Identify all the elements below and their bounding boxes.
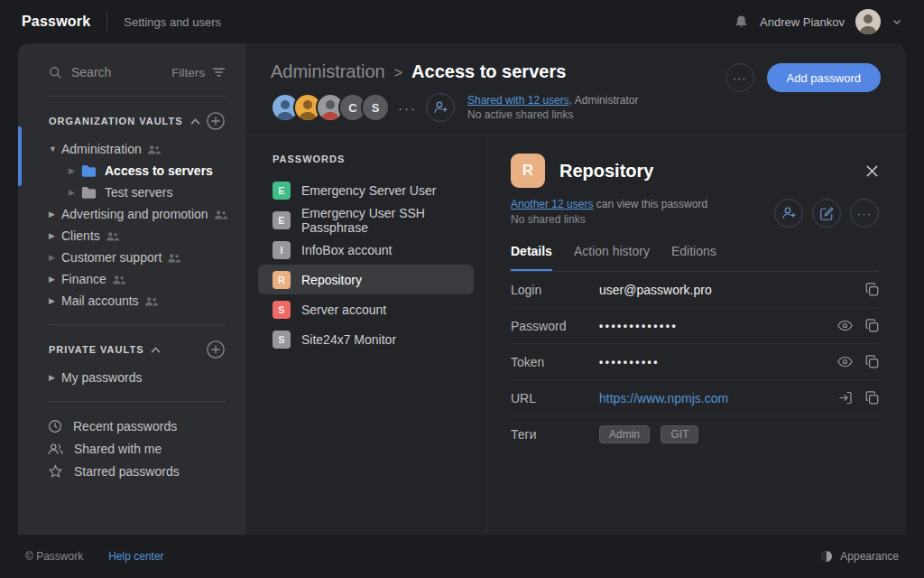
expand-arrow-icon[interactable] xyxy=(49,275,61,284)
password-badge: S xyxy=(273,301,291,319)
search-input[interactable] xyxy=(71,65,152,79)
tree-item-finance[interactable]: Finance xyxy=(18,268,245,290)
shared-links-status: No active shared links xyxy=(467,107,638,122)
sidebar: Filters ORGANIZATION VAULTS Administrati… xyxy=(18,43,245,535)
add-user-button[interactable] xyxy=(426,93,455,122)
password-badge: E xyxy=(273,182,291,200)
sidebar-item-shared-with-me[interactable]: Shared with me xyxy=(18,437,245,460)
tree-item-clients[interactable]: Clients xyxy=(18,225,245,247)
notifications-bell-icon[interactable] xyxy=(734,14,749,30)
password-detail-title: Repository xyxy=(559,161,653,182)
copyright: © Passwork xyxy=(25,550,83,563)
expand-arrow-icon[interactable] xyxy=(49,210,61,219)
footer: © Passwork Help center Appearance xyxy=(0,535,924,578)
copy-icon[interactable] xyxy=(865,319,879,332)
expand-arrow-icon[interactable] xyxy=(49,231,61,240)
tag-git[interactable]: GIT xyxy=(661,425,698,443)
org-vaults-header[interactable]: ORGANIZATION VAULTS xyxy=(18,97,245,136)
person-plus-icon xyxy=(781,206,797,220)
breadcrumb-administration[interactable]: Administration xyxy=(271,61,385,82)
user-avatar[interactable] xyxy=(855,9,881,34)
password-badge: R xyxy=(273,271,291,289)
help-center-link[interactable]: Help center xyxy=(108,550,163,563)
private-vaults-header[interactable]: PRIVATE VAULTS xyxy=(18,325,245,365)
expand-arrow-icon[interactable] xyxy=(69,166,81,175)
top-bar: Passwork Settings and users Andrew Piank… xyxy=(0,0,924,43)
star-icon xyxy=(48,464,63,479)
password-item-repository[interactable]: R Repository xyxy=(258,265,474,294)
share-password-button[interactable] xyxy=(774,199,803,228)
add-private-vault-button[interactable] xyxy=(206,340,226,359)
password-detail-badge: R xyxy=(511,154,545,188)
folder-icon xyxy=(81,186,97,199)
tab-action-history[interactable]: Action history xyxy=(574,244,650,271)
main-panel: Administration > Access to servers C S ·… xyxy=(245,43,906,535)
field-row-token: Token •••••••••• xyxy=(511,344,879,380)
ellipsis-icon: ··· xyxy=(857,207,872,220)
edit-pencil-icon xyxy=(820,207,834,220)
tab-details[interactable]: Details xyxy=(511,244,552,271)
contrast-icon xyxy=(820,550,833,563)
eye-icon[interactable] xyxy=(837,356,853,368)
person-plus-icon xyxy=(433,100,448,115)
user-menu-chevron-down-icon[interactable] xyxy=(892,16,902,27)
edit-password-button[interactable] xyxy=(812,199,841,228)
token-value: •••••••••• xyxy=(599,356,660,368)
people-icon xyxy=(113,275,125,284)
open-link-icon[interactable] xyxy=(838,391,853,405)
password-item-site24x7-monitor[interactable]: S Site24x7 Monitor xyxy=(258,324,474,354)
password-item-emergency-server-user[interactable]: E Emergency Server User xyxy=(258,175,474,205)
copy-icon[interactable] xyxy=(865,355,879,368)
eye-icon[interactable] xyxy=(837,320,853,331)
password-value: ••••••••••••• xyxy=(599,320,678,332)
add-vault-button[interactable] xyxy=(206,111,226,131)
tree-item-my-passwords[interactable]: My passwords xyxy=(18,367,245,388)
add-password-button[interactable]: Add password xyxy=(767,63,881,92)
password-list: PASSWORDS E Emergency Server User E Emer… xyxy=(245,135,487,535)
tag-admin[interactable]: Admin xyxy=(599,425,650,443)
expand-arrow-icon[interactable] xyxy=(49,253,61,262)
url-link[interactable]: https://www.npmjs.com xyxy=(599,391,728,406)
expand-arrow-icon[interactable] xyxy=(49,373,61,382)
expand-arrow-icon[interactable] xyxy=(49,296,61,305)
tree-item-access-to-servers[interactable]: Access to servers xyxy=(18,160,245,182)
expand-arrow-icon[interactable] xyxy=(69,188,81,197)
tree-item-advertising-and-promotion[interactable]: Advertising and promotion xyxy=(18,203,245,225)
password-detail-panel: R Repository Another 12 users can view t… xyxy=(487,135,906,535)
tab-editions[interactable]: Editions xyxy=(671,244,716,271)
tree-item-administration[interactable]: Administration xyxy=(18,138,245,160)
password-badge: I xyxy=(273,241,291,259)
password-more-button[interactable]: ··· xyxy=(850,199,879,228)
password-item-infobox-account[interactable]: I InfoBox account xyxy=(258,235,474,265)
member-avatar-initial: S xyxy=(361,93,390,122)
sidebar-item-starred-passwords[interactable]: Starred passwords xyxy=(18,460,245,482)
people-icon xyxy=(106,231,119,241)
password-item-emergency-user-ssh-passphrase[interactable]: E Emergency User SSH Passphrase xyxy=(258,205,474,235)
people-icon xyxy=(145,296,158,306)
filters-button[interactable]: Filters xyxy=(171,66,226,79)
vault-more-button[interactable]: ··· xyxy=(725,63,754,92)
user-name: Andrew Piankov xyxy=(760,15,845,29)
people-icon xyxy=(215,210,227,219)
password-item-server-account[interactable]: S Server account xyxy=(258,294,474,324)
shared-with-users-link[interactable]: Shared with 12 users xyxy=(467,94,569,107)
detail-shared-links-status: No shared links xyxy=(511,212,707,228)
folder-icon xyxy=(81,164,97,177)
expand-arrow-icon[interactable] xyxy=(49,144,61,154)
nav-settings-and-users[interactable]: Settings and users xyxy=(124,15,221,29)
field-row-login: Login user@passwork.pro xyxy=(511,272,879,308)
tree-item-test-servers[interactable]: Test servers xyxy=(18,182,245,203)
close-icon[interactable] xyxy=(865,164,879,178)
clock-icon xyxy=(48,419,62,434)
active-vault-indicator xyxy=(18,126,22,186)
appearance-toggle[interactable]: Appearance xyxy=(820,550,899,563)
topbar-divider xyxy=(106,12,107,32)
more-members-ellipsis-icon[interactable]: ··· xyxy=(398,100,417,116)
tree-item-customer-support[interactable]: Customer support xyxy=(18,247,245,268)
sidebar-item-recent-passwords[interactable]: Recent passwords xyxy=(18,415,245,437)
org-vaults-tree: Administration Access to servers Test se… xyxy=(18,136,245,313)
another-users-link[interactable]: Another 12 users xyxy=(511,198,593,210)
copy-icon[interactable] xyxy=(865,283,879,296)
copy-icon[interactable] xyxy=(865,391,879,405)
tree-item-mail-accounts[interactable]: Mail accounts xyxy=(18,290,245,312)
